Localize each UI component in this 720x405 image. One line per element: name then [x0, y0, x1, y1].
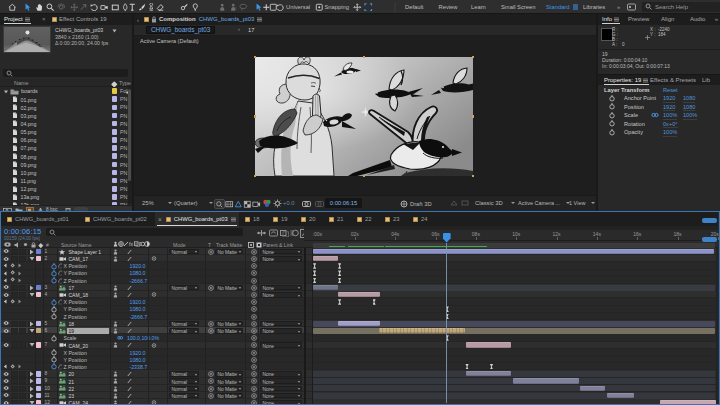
mask-visibility-icon[interactable]: [234, 200, 243, 209]
project-item-name[interactable]: CHWG_boards_pt03: [55, 27, 103, 33]
file-name[interactable]: 01.png: [21, 97, 37, 103]
file-name[interactable]: 09.png: [21, 162, 37, 168]
transparency-grid-icon[interactable]: [243, 200, 252, 209]
tool-zoom-icon[interactable]: [45, 2, 56, 13]
file-name[interactable]: 13a.png: [21, 194, 40, 200]
property-value[interactable]: -2666.7: [130, 278, 148, 284]
av-cell[interactable]: [11, 321, 18, 327]
workspace-default[interactable]: Default: [405, 4, 423, 10]
file-label-swatch[interactable]: [112, 121, 118, 127]
property-name[interactable]: Y Position: [64, 357, 87, 363]
parent-pickwhip-icon[interactable]: [251, 249, 257, 255]
tab-close-icon[interactable]: ×: [158, 216, 162, 223]
property-name[interactable]: X Position: [64, 299, 87, 305]
property-value[interactable]: 1920.0: [130, 263, 146, 269]
layer-name[interactable]: 23: [69, 393, 75, 399]
parent-pickwhip-icon[interactable]: [251, 256, 257, 262]
expand-layer-icon[interactable]: [29, 249, 35, 255]
tool-hand-icon[interactable]: [34, 2, 45, 13]
expand-layer-icon[interactable]: [29, 285, 35, 291]
layer-row-shape-layer-1[interactable]: 1Shape Layer 1NormalNo MatteNone: [1, 248, 718, 255]
parent-dropdown[interactable]: None: [260, 342, 302, 348]
av-cell[interactable]: [19, 378, 26, 384]
property-name[interactable]: Y Position: [64, 306, 87, 312]
comp-name-caret-icon[interactable]: [112, 29, 117, 33]
layer-name[interactable]: 21: [69, 379, 75, 385]
file-name[interactable]: 04.png: [21, 121, 37, 127]
shy-icon[interactable]: [113, 249, 118, 255]
keyframe-navigator-diamond[interactable]: [10, 270, 15, 275]
property-value[interactable]: 1080.0: [130, 270, 146, 276]
parent-pickwhip-icon[interactable]: [251, 400, 257, 403]
property-value[interactable]: 1920.0: [130, 299, 146, 305]
file-name[interactable]: 03.png: [21, 113, 37, 119]
camera-option-icon[interactable]: [151, 400, 157, 403]
timeline-tab-19[interactable]: 19: [269, 212, 295, 226]
eye-icon[interactable]: [3, 401, 10, 404]
camera-option-icon[interactable]: [151, 343, 157, 348]
timeline-tab-24[interactable]: 24: [409, 212, 435, 226]
collapse-layer-icon[interactable]: [29, 400, 35, 403]
layer-row-17[interactable]: 317NormalNo MatteNone: [1, 284, 718, 291]
matte-pickwhip-icon[interactable]: [208, 328, 214, 334]
workspace-bar-icon[interactable]: [626, 2, 637, 13]
blend-mode-dropdown[interactable]: Normal: [169, 249, 199, 255]
folder-row-boards[interactable]: boardsFol: [0, 87, 127, 95]
parent-pickwhip-icon[interactable]: [251, 364, 257, 370]
property-name[interactable]: Scale: [624, 112, 638, 118]
property-value[interactable]: 1080.0: [130, 306, 146, 312]
tab-scroll-indicator[interactable]: [702, 218, 717, 223]
eye-icon[interactable]: [3, 257, 10, 262]
duration-bar[interactable]: [466, 371, 511, 376]
eye-icon[interactable]: [3, 372, 10, 377]
property-name[interactable]: Anchor Point: [624, 95, 656, 101]
track-matte-dropdown[interactable]: No Matte: [215, 386, 243, 392]
shy-icon[interactable]: [113, 393, 118, 399]
file-label-swatch[interactable]: [112, 129, 118, 135]
property-value[interactable]: 1920: [663, 95, 675, 103]
av-cell[interactable]: [19, 321, 26, 327]
file-row[interactable]: 12.pngPN: [0, 185, 127, 193]
column-name[interactable]: Name: [14, 80, 29, 86]
property-row-x-position[interactable]: X Position1920.0: [1, 262, 718, 269]
keyframe-navigator-diamond[interactable]: [10, 263, 15, 268]
eye-icon[interactable]: [3, 393, 10, 398]
keyframe-icon[interactable]: [490, 364, 493, 369]
file-row[interactable]: 05.pngPN: [0, 128, 127, 136]
universal-label[interactable]: Universal: [286, 4, 310, 10]
grid-guides-icon[interactable]: [225, 200, 234, 209]
layer-row-23[interactable]: 1123NormalNo MatteNone: [1, 392, 718, 399]
property-value[interactable]: 100%: [663, 112, 677, 120]
parent-pickwhip-icon[interactable]: [251, 321, 257, 327]
panel-menu-icon[interactable]: [257, 17, 263, 22]
tool-fullscreen-icon[interactable]: [363, 2, 374, 13]
tool-camera-icon[interactable]: [99, 2, 110, 13]
next-keyframe-icon[interactable]: [18, 271, 22, 276]
navigator-right-handle[interactable]: [702, 237, 717, 242]
file-name[interactable]: 02.png: [21, 105, 37, 111]
matte-pickwhip-icon[interactable]: [208, 378, 214, 384]
eye-icon[interactable]: [3, 285, 10, 290]
property-name[interactable]: Rotation: [624, 121, 645, 127]
folder-expand-icon[interactable]: [3, 89, 9, 95]
property-name[interactable]: Opacity: [624, 129, 643, 135]
file-row[interactable]: 06.pngPN: [0, 136, 127, 144]
eye-icon[interactable]: [3, 343, 10, 348]
file-row[interactable]: 01.pngPN: [0, 95, 127, 103]
tool-eraser-icon[interactable]: [155, 2, 166, 13]
file-row[interactable]: 08.pngPN: [0, 152, 127, 160]
blend-mode-dropdown[interactable]: Normal: [169, 386, 199, 392]
layer-transform-title[interactable]: Layer Transform: [604, 87, 649, 93]
duration-bar[interactable]: [313, 285, 338, 290]
av-cell[interactable]: [11, 342, 18, 348]
eye-icon[interactable]: [3, 293, 10, 298]
workspace-standard[interactable]: Standard: [546, 4, 570, 10]
timeline-tab-21[interactable]: 21: [325, 212, 351, 226]
layer-name[interactable]: Shape Layer 1: [69, 249, 102, 255]
panel-menu-icon[interactable]: [643, 78, 649, 83]
layer-row-cam-17[interactable]: 2CAM_17None: [1, 255, 718, 262]
shy-toggle-icon[interactable]: [269, 229, 278, 237]
tab-effect-controls[interactable]: Effect Controls 19: [52, 14, 107, 25]
blend-mode-dropdown[interactable]: Normal: [169, 393, 199, 399]
channels-icon[interactable]: [262, 199, 272, 208]
